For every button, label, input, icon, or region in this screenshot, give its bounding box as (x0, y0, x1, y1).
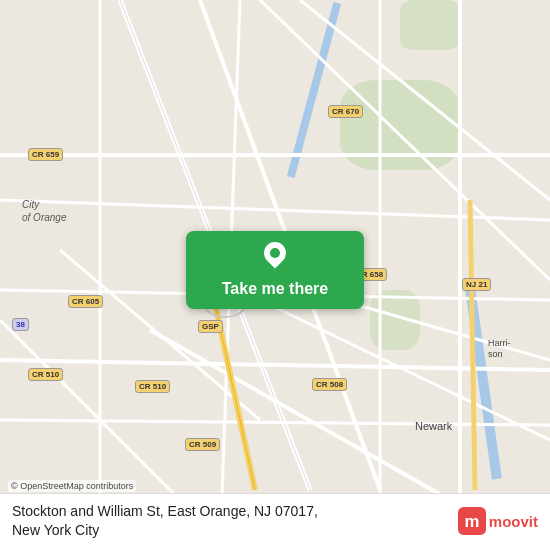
cr605-badge: CR 605 (68, 295, 103, 308)
address-text: Stockton and William St, East Orange, NJ… (12, 502, 458, 540)
location-pin-icon (261, 242, 289, 274)
svg-line-3 (300, 0, 550, 200)
moovit-m-icon: m (458, 507, 486, 535)
take-me-there-button[interactable]: Take me there (186, 231, 364, 309)
cr509-badge: CR 509 (185, 438, 220, 451)
newark-label: Newark (415, 420, 452, 432)
cr510b-badge: CR 510 (135, 380, 170, 393)
svg-line-8 (0, 360, 550, 370)
svg-line-16 (150, 330, 450, 500)
svg-line-14 (0, 320, 180, 500)
address-line2: New York City (12, 522, 99, 538)
bottom-bar: Stockton and William St, East Orange, NJ… (0, 493, 550, 550)
orange-label: Cityof Orange (22, 198, 66, 224)
svg-line-21 (470, 200, 475, 490)
cr508-badge: CR 508 (312, 378, 347, 391)
harrison-label: Harri-son (488, 338, 511, 360)
cr510a-badge: CR 510 (28, 368, 63, 381)
cr670-badge: CR 670 (328, 105, 363, 118)
nj21-badge: NJ 21 (462, 278, 491, 291)
moovit-text: moovit (489, 513, 538, 530)
map-container: CR 659 CR 670 CR 658 CR 605 GSP CR 510 C… (0, 0, 550, 550)
svg-text:m: m (464, 512, 479, 531)
osm-credit-text: © OpenStreetMap contributors (11, 481, 133, 491)
gsp-badge: GSP (198, 320, 223, 333)
cr659-badge: CR 659 (28, 148, 63, 161)
svg-line-9 (0, 420, 550, 425)
button-label: Take me there (222, 280, 328, 298)
address-line1: Stockton and William St, East Orange, NJ… (12, 503, 318, 519)
osm-credit: © OpenStreetMap contributors (8, 480, 136, 492)
moovit-logo: m moovit (458, 507, 538, 535)
38-badge: 38 (12, 318, 29, 331)
